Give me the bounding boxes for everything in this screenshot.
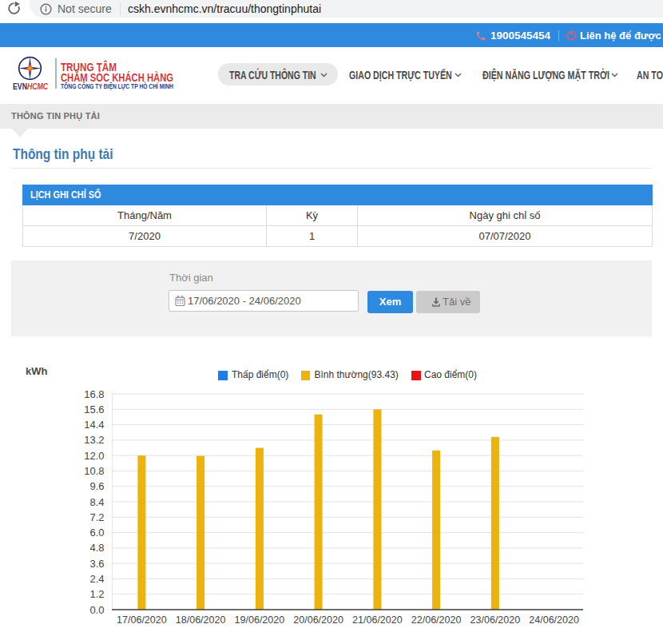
svg-text:4.8: 4.8 xyxy=(89,542,104,554)
svg-text:12.0: 12.0 xyxy=(84,450,104,462)
svg-text:24/06/2020: 24/06/2020 xyxy=(529,614,579,626)
svg-text:14.4: 14.4 xyxy=(84,419,104,431)
svg-text:15.6: 15.6 xyxy=(84,403,104,415)
svg-text:22/06/2020: 22/06/2020 xyxy=(411,614,462,626)
svg-text:16.8: 16.8 xyxy=(84,388,104,400)
svg-text:0.0: 0.0 xyxy=(89,604,104,616)
svg-text:20/06/2020: 20/06/2020 xyxy=(293,614,343,626)
svg-text:10.8: 10.8 xyxy=(84,465,104,477)
svg-text:23/06/2020: 23/06/2020 xyxy=(470,614,521,626)
svg-text:7.2: 7.2 xyxy=(89,511,104,523)
svg-text:8.4: 8.4 xyxy=(89,496,104,508)
svg-text:18/06/2020: 18/06/2020 xyxy=(176,614,226,626)
svg-text:2.4: 2.4 xyxy=(89,573,104,585)
svg-text:19/06/2020: 19/06/2020 xyxy=(235,614,285,626)
svg-text:9.6: 9.6 xyxy=(89,480,104,492)
svg-text:3.6: 3.6 xyxy=(89,558,104,570)
svg-text:1.2: 1.2 xyxy=(89,588,104,600)
svg-text:13.2: 13.2 xyxy=(84,434,104,446)
svg-text:17/06/2020: 17/06/2020 xyxy=(117,614,167,626)
svg-text:21/06/2020: 21/06/2020 xyxy=(352,614,403,626)
svg-text:6.0: 6.0 xyxy=(89,527,104,539)
